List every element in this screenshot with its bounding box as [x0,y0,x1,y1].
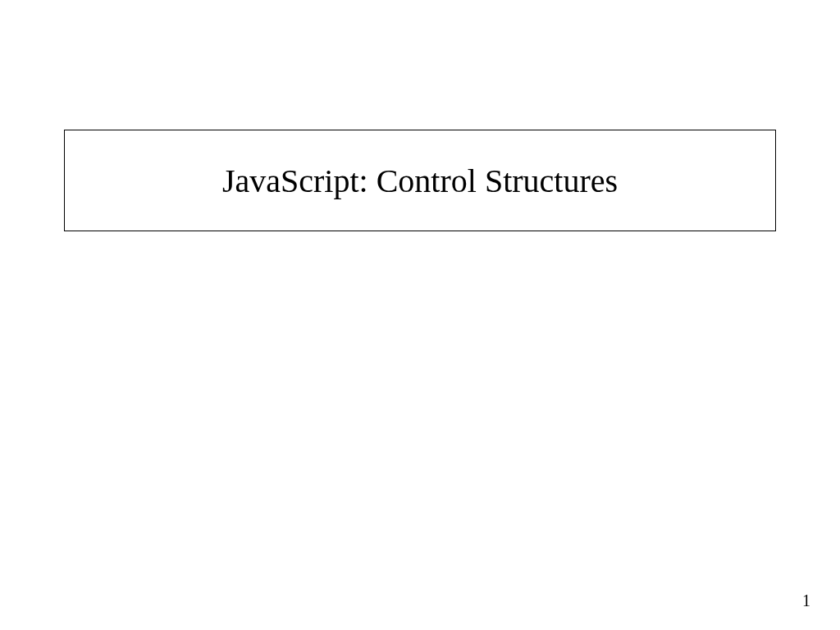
page-number: 1 [802,591,810,610]
title-box: JavaScript: Control Structures [64,130,776,231]
slide-title: JavaScript: Control Structures [222,162,618,200]
